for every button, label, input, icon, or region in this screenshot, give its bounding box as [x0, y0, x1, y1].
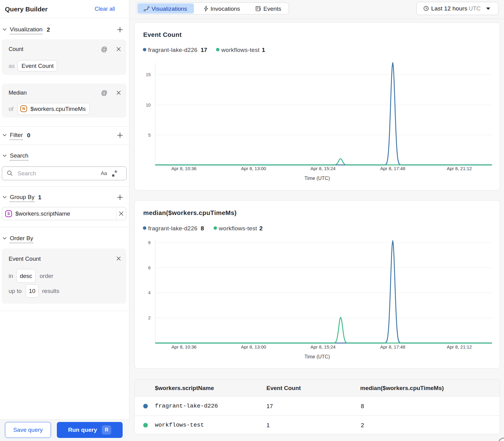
- svg-text:*: *: [114, 169, 117, 177]
